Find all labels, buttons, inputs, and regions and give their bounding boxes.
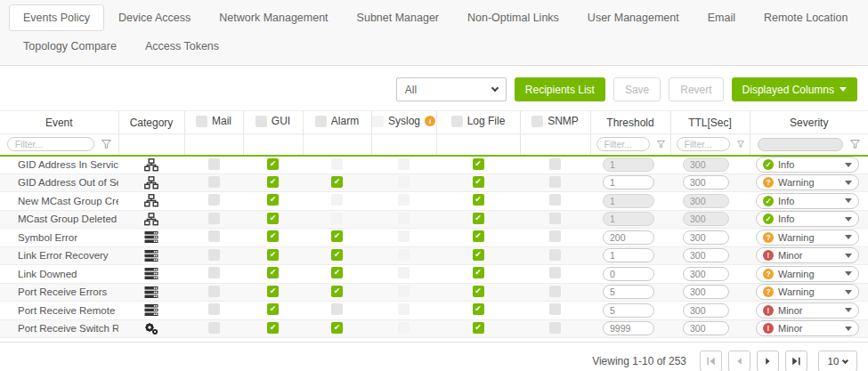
filter-funnel-icon[interactable] — [850, 140, 860, 149]
gui-checkbox[interactable] — [267, 176, 279, 188]
alarm-checkbox[interactable] — [331, 267, 343, 278]
gui-checkbox[interactable] — [267, 267, 279, 278]
ttl-input[interactable] — [683, 175, 729, 190]
severity-select[interactable]: ! Minor — [756, 320, 859, 336]
severity-select[interactable]: ? Warning — [756, 174, 859, 190]
ttl-input[interactable] — [683, 321, 729, 335]
tab-email[interactable]: Email — [694, 4, 750, 31]
gui-checkbox[interactable] — [267, 213, 279, 224]
severity-select[interactable]: ! Minor — [756, 247, 859, 263]
syslog-checkbox[interactable] — [398, 194, 410, 206]
log-file-select-all-checkbox[interactable] — [451, 116, 463, 127]
save-button[interactable]: Save — [613, 77, 661, 101]
syslog-select-all-checkbox[interactable] — [372, 116, 384, 127]
severity-select[interactable]: ? Warning — [756, 266, 859, 282]
tab-access-tokens[interactable]: Access Tokens — [131, 33, 233, 60]
filter-funnel-icon[interactable] — [657, 140, 665, 149]
revert-button[interactable]: Revert — [669, 77, 723, 101]
threshold-input[interactable] — [603, 212, 654, 226]
threshold-input[interactable] — [603, 248, 654, 262]
ttl-input[interactable] — [683, 267, 729, 281]
previous-page-button[interactable] — [728, 351, 750, 371]
snmp-checkbox[interactable] — [549, 176, 561, 188]
mail-checkbox[interactable] — [208, 249, 220, 261]
event-filter-input[interactable] — [7, 137, 94, 151]
threshold-input[interactable] — [603, 303, 654, 318]
ttl-input[interactable] — [683, 157, 729, 172]
snmp-checkbox[interactable] — [549, 158, 561, 170]
log-file-checkbox[interactable] — [473, 267, 484, 278]
snmp-checkbox[interactable] — [549, 230, 561, 242]
ttl-input[interactable] — [683, 285, 729, 299]
mail-checkbox[interactable] — [208, 267, 220, 278]
log-file-checkbox[interactable] — [473, 158, 484, 170]
threshold-input[interactable] — [603, 157, 654, 172]
alarm-checkbox[interactable] — [331, 230, 343, 242]
gui-checkbox[interactable] — [267, 303, 279, 315]
ttl-input[interactable] — [683, 230, 729, 245]
gui-checkbox[interactable] — [267, 249, 279, 261]
gui-checkbox[interactable] — [267, 158, 279, 170]
ttl-input[interactable] — [683, 194, 729, 208]
syslog-checkbox[interactable] — [398, 213, 410, 224]
first-page-button[interactable] — [700, 351, 722, 371]
alarm-checkbox[interactable] — [331, 194, 343, 206]
ttl-filter-input[interactable] — [677, 137, 730, 151]
snmp-checkbox[interactable] — [549, 194, 561, 206]
threshold-input[interactable] — [603, 321, 654, 335]
alarm-checkbox[interactable] — [331, 158, 343, 170]
severity-select[interactable]: ✓ Info — [756, 193, 859, 209]
log-file-checkbox[interactable] — [473, 230, 484, 242]
displayed-columns-button[interactable]: Displayed Columns — [732, 77, 857, 101]
syslog-checkbox[interactable] — [398, 230, 410, 242]
severity-select[interactable]: ? Warning — [756, 284, 859, 300]
alarm-checkbox[interactable] — [331, 286, 343, 297]
mail-checkbox[interactable] — [208, 286, 220, 297]
threshold-input[interactable] — [603, 194, 654, 208]
severity-select[interactable]: ✓ Info — [756, 211, 859, 227]
syslog-info-icon[interactable]: i — [425, 116, 435, 126]
alarm-checkbox[interactable] — [331, 176, 343, 188]
gui-select-all-checkbox[interactable] — [256, 116, 267, 127]
severity-select[interactable]: ✓ Info — [756, 157, 859, 173]
snmp-checkbox[interactable] — [549, 286, 561, 297]
severity-select[interactable]: ? Warning — [756, 230, 859, 246]
log-file-checkbox[interactable] — [473, 322, 484, 334]
alarm-checkbox[interactable] — [331, 303, 343, 315]
filter-funnel-icon[interactable] — [737, 140, 744, 149]
syslog-checkbox[interactable] — [398, 158, 410, 170]
mail-select-all-checkbox[interactable] — [196, 116, 207, 127]
page-size-select[interactable]: 10 — [818, 351, 857, 371]
alarm-select-all-checkbox[interactable] — [315, 116, 327, 127]
mail-checkbox[interactable] — [208, 158, 220, 170]
severity-select[interactable]: ! Minor — [756, 302, 859, 319]
gui-checkbox[interactable] — [267, 230, 279, 242]
mail-checkbox[interactable] — [208, 176, 220, 188]
mail-checkbox[interactable] — [208, 303, 220, 315]
syslog-checkbox[interactable] — [398, 322, 410, 334]
gui-checkbox[interactable] — [267, 194, 279, 206]
alarm-checkbox[interactable] — [331, 213, 343, 224]
mail-checkbox[interactable] — [208, 213, 220, 224]
severity-filter-select[interactable] — [758, 138, 843, 151]
mail-checkbox[interactable] — [208, 230, 220, 242]
ttl-input[interactable] — [683, 212, 729, 226]
threshold-filter-input[interactable] — [596, 137, 650, 151]
threshold-input[interactable] — [603, 230, 654, 245]
tab-user-management[interactable]: User Management — [573, 4, 694, 31]
tab-data-streaming[interactable]: Data Streaming — [862, 4, 868, 31]
gui-checkbox[interactable] — [267, 286, 279, 297]
snmp-checkbox[interactable] — [549, 213, 561, 224]
snmp-checkbox[interactable] — [549, 249, 561, 261]
snmp-select-all-checkbox[interactable] — [531, 116, 543, 127]
snmp-checkbox[interactable] — [549, 322, 561, 334]
scope-select[interactable]: All — [396, 77, 507, 101]
threshold-input[interactable] — [603, 175, 654, 190]
next-page-button[interactable] — [757, 351, 779, 371]
log-file-checkbox[interactable] — [473, 249, 484, 261]
log-file-checkbox[interactable] — [473, 286, 484, 297]
snmp-checkbox[interactable] — [549, 303, 561, 315]
filter-funnel-icon[interactable] — [101, 140, 111, 149]
syslog-checkbox[interactable] — [398, 286, 410, 297]
log-file-checkbox[interactable] — [473, 213, 484, 224]
